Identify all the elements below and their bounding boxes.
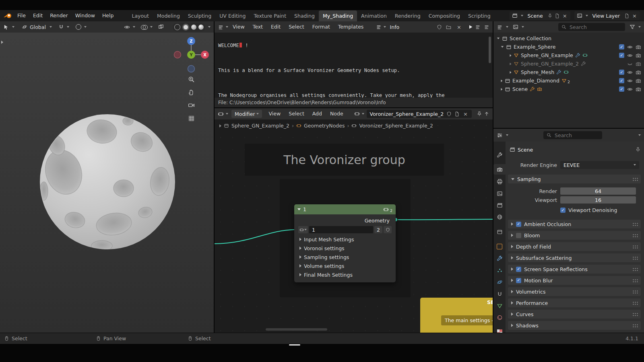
text-menu-format[interactable]: Format — [309, 21, 334, 33]
view-layer-selector[interactable]: View Layer × — [574, 11, 640, 20]
hide-eye-icon[interactable] — [627, 78, 633, 84]
node-tree-caret[interactable] — [362, 113, 364, 115]
pan-hand-icon[interactable] — [189, 90, 193, 95]
annotation-note[interactable]: SE The main settings - — [420, 298, 493, 333]
overlays-icon[interactable] — [141, 25, 147, 30]
go-parent-tree-icon[interactable] — [484, 111, 489, 117]
outliner-row-example-sphere[interactable]: Example_Sphere — [493, 43, 644, 51]
outliner-mode-caret[interactable] — [522, 26, 524, 28]
datablock-users-count[interactable]: 2 — [374, 226, 382, 233]
menu-edit[interactable]: Edit — [29, 10, 46, 21]
outliner-search[interactable] — [558, 23, 625, 31]
outliner-row-sphere-gn-example-2[interactable]: Sphere_GN_Example_2 — [493, 60, 644, 68]
expand-caret[interactable] — [501, 79, 503, 82]
tab-rendering[interactable]: Rendering — [391, 10, 425, 21]
xray-toggle-icon[interactable] — [158, 24, 164, 30]
scene-selector[interactable]: Scene × — [510, 11, 570, 20]
visibility-icon[interactable] — [124, 24, 130, 30]
text-menu-templates[interactable]: Templates — [334, 21, 367, 33]
navigation-gizmo[interactable]: Z Y X — [174, 37, 209, 72]
node-h-scrollbar[interactable] — [266, 328, 327, 331]
modifiers-tab-icon[interactable] — [493, 253, 506, 263]
overlays-caret[interactable] — [150, 26, 153, 28]
gizmo-y-label[interactable]: Y — [189, 53, 193, 57]
snap-magnet-icon[interactable] — [58, 24, 64, 30]
text-datablock-caret[interactable] — [384, 26, 386, 28]
sampling-render-field[interactable]: 64 — [560, 187, 636, 195]
hide-eye-closed-icon[interactable] — [627, 61, 633, 67]
hide-eye-icon[interactable] — [627, 86, 633, 92]
tab-shading[interactable]: Shading — [290, 10, 319, 21]
properties-type-caret[interactable] — [506, 134, 508, 136]
exclude-checkbox[interactable] — [619, 86, 624, 92]
text-datablock-name[interactable]: Info — [387, 24, 421, 30]
proportional-caret[interactable] — [84, 26, 87, 28]
bloom-checkbox[interactable] — [516, 233, 521, 238]
particles-tab-icon[interactable] — [493, 265, 506, 276]
render-camera-icon[interactable] — [636, 44, 641, 50]
text-menu-view[interactable]: View — [229, 21, 248, 33]
section-volumetrics[interactable]: Volumetrics — [508, 287, 641, 296]
breadcrumb-modifier[interactable]: GeometryNodes — [304, 123, 345, 129]
text-menu-edit[interactable]: Edit — [267, 21, 284, 33]
data-tab-icon[interactable] — [493, 300, 506, 311]
constraints-tab-icon[interactable] — [493, 289, 506, 299]
outliner-search-input[interactable] — [569, 24, 609, 31]
material-tab-icon[interactable] — [493, 312, 506, 323]
line-numbers-icon[interactable] — [475, 24, 481, 30]
expand-caret[interactable] — [510, 62, 512, 65]
open-text-folder-icon[interactable] — [446, 25, 451, 30]
blender-logo-icon[interactable] — [3, 13, 12, 19]
zoom-icon[interactable] — [189, 77, 194, 82]
ao-checkbox[interactable] — [516, 222, 521, 227]
editor-type-outliner-icon[interactable] — [497, 24, 503, 30]
viewport-canvas[interactable]: Z Y X — [0, 33, 214, 333]
expand-caret[interactable] — [501, 88, 503, 90]
node-canvas[interactable]: Sphere_GN_Example_2 › GeometryNodes › Vo… — [215, 119, 493, 333]
gizmo-x-label[interactable]: X — [203, 53, 206, 57]
hide-eye-icon[interactable] — [627, 53, 633, 58]
node-section-volume[interactable]: Volume settings — [294, 261, 396, 270]
breadcrumb-node-group[interactable]: Voronizer_Sphere_Example_2 — [359, 123, 433, 129]
output-tab-icon[interactable] — [493, 176, 506, 187]
world-tab-icon[interactable] — [493, 212, 506, 222]
menu-file[interactable]: File — [14, 10, 29, 21]
toolbar-expand-arrow[interactable] — [1, 41, 3, 44]
tab-sculpting[interactable]: Sculpting — [184, 10, 215, 21]
properties-pin-icon[interactable] — [635, 147, 641, 152]
orthographic-grid-icon[interactable] — [189, 116, 194, 121]
view-layer-name[interactable]: View Layer — [590, 13, 623, 19]
visibility-caret[interactable] — [133, 26, 135, 28]
render-engine-dropdown[interactable]: EEVEE — [560, 161, 639, 169]
menu-render[interactable]: Render — [46, 10, 72, 21]
properties-options-caret[interactable] — [638, 134, 641, 136]
section-subsurface-scattering[interactable]: Subsurface Scattering — [508, 253, 641, 262]
tab-scripting[interactable]: Scripting — [464, 10, 495, 21]
section-performance[interactable]: Performance — [508, 298, 641, 307]
node-menu-view[interactable]: View — [265, 108, 285, 119]
breadcrumb-expand-arrow[interactable] — [219, 124, 221, 128]
texture-tab-icon[interactable] — [493, 327, 506, 333]
select-checkbox[interactable] — [619, 53, 624, 58]
unlink-text-icon[interactable]: × — [456, 25, 462, 30]
node-pin-icon[interactable] — [477, 111, 482, 117]
scene-dropdown-caret[interactable] — [521, 15, 523, 16]
view-layer-tab-icon[interactable] — [493, 188, 506, 199]
filter-funnel-icon[interactable] — [630, 24, 635, 30]
node-header[interactable]: 1 2 — [294, 204, 396, 214]
outliner-display-mode-icon[interactable] — [513, 24, 518, 30]
outliner-row-example-diamond[interactable]: Example_Diamond 2 — [493, 76, 644, 85]
node-tree-name-field[interactable]: Voronizer_Sphere_Example_2 × — [367, 110, 472, 118]
render-camera-icon[interactable] — [636, 70, 641, 75]
tab-modeling[interactable]: Modeling — [153, 10, 184, 21]
proportional-edit-icon[interactable] — [76, 24, 81, 30]
text-scrollbar[interactable] — [489, 37, 491, 63]
render-camera-icon[interactable] — [636, 86, 641, 92]
outliner-row-scene-collection[interactable]: Scene Collection — [493, 34, 644, 43]
camera-view-icon[interactable] — [189, 104, 194, 107]
outliner-row-sphere-mesh[interactable]: Sphere_Mesh — [493, 68, 644, 76]
node-menu-node[interactable]: Node — [326, 108, 347, 119]
viewport-denoising-checkbox[interactable] — [560, 208, 566, 213]
properties-breadcrumb-scene[interactable]: Scene — [518, 147, 533, 153]
node-editor-type-caret[interactable] — [226, 113, 228, 115]
